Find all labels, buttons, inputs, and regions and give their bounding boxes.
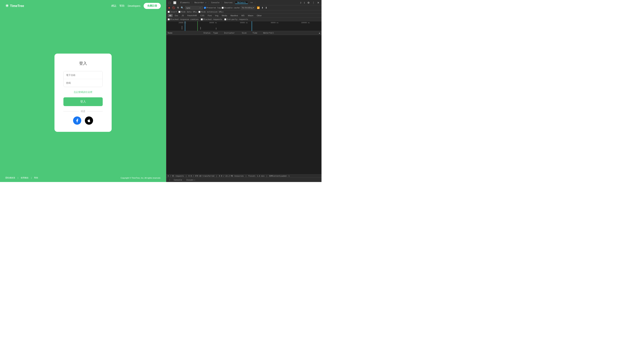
logo-icon: ✳ (5, 4, 8, 8)
filter-other[interactable]: Other (255, 14, 263, 17)
blocked-cookies-checkbox[interactable] (168, 18, 170, 20)
settings-icon[interactable]: ⚙ (307, 1, 310, 4)
blocked-requests-text: Blocked requests (203, 18, 222, 20)
login-container: 登入 忘記密碼請往這裡 登入 或是 (0, 12, 166, 174)
footer-link-terms[interactable]: 使用條款 (21, 176, 28, 179)
hide-extension-urls-checkbox-label[interactable]: Hide extension URLs (198, 11, 224, 13)
issues-tab-label: Issues (186, 179, 194, 181)
hide-data-urls-checkbox-label[interactable]: Hide data URLs (178, 11, 198, 13)
filter-all[interactable]: All (168, 14, 173, 17)
hide-extension-urls-label: Hide extension URLs (201, 11, 224, 13)
tab-elements[interactable]: Elements (178, 1, 192, 4)
badge-2-icon[interactable]: 2 (300, 1, 302, 4)
third-party-text: 3rd-party requests (227, 18, 248, 20)
preserve-log-checkbox[interactable] (204, 7, 206, 9)
apple-login-button[interactable] (85, 116, 93, 125)
export-icon[interactable]: ⬇ (265, 6, 268, 10)
network-search-input[interactable] (186, 7, 199, 9)
devtools-tab-bar: Elements Recorder ↗ Console Sources Netw… (178, 1, 298, 4)
footer-links: 隱私權政策 ｜ 使用條款 ｜ 幫助 (5, 176, 38, 179)
filter-media[interactable]: Media (220, 14, 228, 17)
hide-data-urls-label: Hide data URLs (181, 11, 198, 13)
filter-ws[interactable]: WS (240, 14, 246, 17)
filter-css[interactable]: CSS (199, 14, 206, 17)
record-button[interactable]: ⏺ (168, 6, 171, 10)
or-text: 或是 (81, 110, 86, 113)
col-status[interactable]: Status (204, 32, 213, 34)
wifi-icon[interactable]: 📶 (256, 6, 260, 10)
footer-sep-2: ｜ (30, 176, 32, 179)
tab-more[interactable]: >> (248, 1, 255, 4)
hide-data-urls-checkbox[interactable] (178, 11, 180, 13)
preserve-log-checkbox-label[interactable]: Preserve log (204, 6, 220, 9)
more-options-icon[interactable]: ⋮ (312, 1, 316, 4)
tab-sources[interactable]: Sources (222, 1, 235, 4)
bottom-3dots[interactable]: ⋮ (168, 178, 172, 182)
preserve-log-label: Preserve log (206, 6, 220, 9)
sort-icon: ▲ (319, 32, 320, 34)
register-button[interactable]: 免費註冊 (144, 3, 161, 9)
facebook-login-button[interactable] (73, 116, 81, 125)
search-network-icon[interactable]: 🔍 (180, 6, 184, 10)
filter-wasm[interactable]: Wasm (246, 14, 255, 17)
bottom-tab-console[interactable]: Console (172, 178, 184, 182)
nav-link-developers[interactable]: Developers (128, 4, 140, 7)
filter-doc[interactable]: Doc (173, 14, 180, 17)
network-status-bar: 0 / 95 requests | 0 B / 470 kB transferr… (166, 174, 322, 178)
filter-manifest[interactable]: Manifest (229, 14, 239, 17)
hide-extension-urls-checkbox[interactable] (198, 11, 200, 13)
filter-icon[interactable]: ⚗ (176, 6, 179, 10)
third-party-checkbox[interactable] (224, 18, 226, 20)
tab-console[interactable]: Console (209, 1, 222, 4)
disable-cache-checkbox-label[interactable]: Disable cache (222, 6, 240, 9)
device-icon[interactable]: ⬜ (172, 1, 177, 4)
throttling-label: No throttling (242, 6, 252, 9)
invert-checkbox[interactable] (168, 11, 170, 13)
filter-img[interactable]: Img (214, 14, 220, 17)
third-party-requests-label[interactable]: 3rd-party requests (224, 18, 248, 20)
status-domcontent: DOMContentLoaded: 1 (269, 175, 290, 177)
footer-sep-1: ｜ (17, 176, 19, 179)
badge-count-2: 1 (304, 2, 305, 4)
email-input[interactable] (64, 71, 102, 79)
filter-fetch-xhr[interactable]: Fetch/XHR (186, 14, 198, 17)
nav-link-help[interactable]: 幫助 (120, 4, 124, 8)
badge-1-icon[interactable]: 1 (303, 1, 306, 4)
col-type[interactable]: Type (213, 32, 224, 34)
filter-js[interactable]: JS (180, 14, 186, 17)
nav-link-blog[interactable]: 網誌 (111, 4, 116, 8)
col-time[interactable]: Time (252, 32, 263, 34)
issues-close-icon[interactable]: ✕ (194, 179, 195, 181)
search-clear-icon[interactable]: ✕ (200, 7, 200, 9)
footer-link-help[interactable]: 幫助 (34, 176, 38, 179)
throttling-dropdown[interactable]: No throttling ▾ (241, 6, 256, 10)
col-initiator[interactable]: Initiator (224, 32, 242, 34)
col-size[interactable]: Size (242, 32, 252, 34)
header-nav: 網誌 幫助 Developers 免費註冊 (111, 3, 161, 9)
filter-font[interactable]: Font (206, 14, 213, 17)
close-devtools-icon[interactable]: ✕ (316, 1, 320, 4)
social-icons (73, 116, 93, 125)
blocked-requests-label[interactable]: Blocked requests (201, 18, 222, 20)
forgot-password-link[interactable]: 忘記密碼請往這裡 (74, 90, 92, 94)
blocked-cookies-label[interactable]: Blocked response cookies (168, 18, 198, 20)
import-icon[interactable]: ⬆ (261, 6, 264, 10)
blocked-requests-checkbox[interactable] (201, 18, 203, 20)
clear-button[interactable]: 🚫 (172, 6, 176, 10)
login-button[interactable]: 登入 (64, 97, 103, 106)
disable-cache-checkbox[interactable] (222, 7, 224, 9)
bottom-tab-issues[interactable]: Issues ✕ (184, 178, 197, 182)
invert-checkbox-label[interactable]: Invert (168, 11, 177, 13)
footer-link-privacy[interactable]: 隱私權政策 (5, 176, 15, 179)
password-input[interactable] (64, 79, 102, 87)
logo-text: TimeTree (10, 4, 24, 8)
inspect-icon[interactable]: ⬚ (168, 1, 172, 4)
network-toolbar: ⏺ 🚫 ⚗ 🔍 ✕ Preserve log Disable cache No … (166, 5, 322, 10)
network-search-box: ✕ (185, 6, 203, 10)
network-filter-options: Invert Hide data URLs Hide extension URL… (166, 10, 322, 14)
tab-recorder[interactable]: Recorder ↗ (192, 1, 208, 4)
status-sep-4: | (266, 175, 268, 177)
tab-network[interactable]: Network (235, 1, 248, 4)
col-name[interactable]: Name (168, 32, 204, 34)
divider-line-left (64, 111, 79, 112)
